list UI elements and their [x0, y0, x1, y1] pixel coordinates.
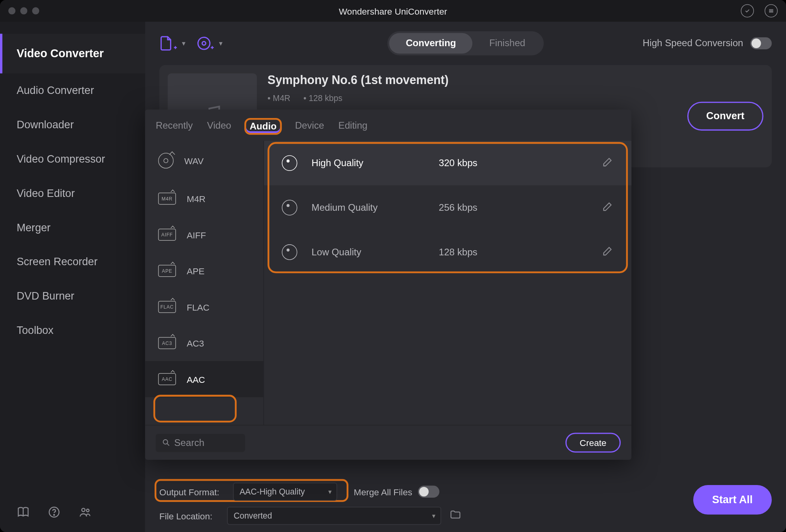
sidebar-item-video-converter[interactable]: Video Converter — [0, 34, 145, 73]
menu-icon[interactable] — [765, 4, 778, 18]
sidebar-item-screen-recorder[interactable]: Screen Recorder — [0, 245, 145, 279]
search-input[interactable]: Search — [156, 434, 245, 452]
close-window-icon[interactable] — [8, 7, 15, 14]
format-label: AIFF — [187, 230, 206, 240]
high-speed-toggle[interactable] — [750, 37, 772, 49]
quality-icon — [282, 244, 297, 260]
popup-tab-video[interactable]: Video — [206, 118, 232, 135]
quality-list: High Quality 320 kbps Medium Quality 256… — [264, 141, 631, 425]
tab-converting[interactable]: Converting — [389, 33, 473, 54]
file-meta: M4R 128 kbps — [268, 93, 676, 103]
svg-point-6 — [82, 508, 85, 511]
format-badge-icon: FLAC — [158, 301, 176, 313]
format-item-wav[interactable]: WAV — [145, 141, 264, 181]
titlebar: Wondershare UniConverter — [0, 0, 786, 22]
file-location-select[interactable]: Converted ▾ — [227, 507, 441, 525]
search-icon — [162, 438, 171, 447]
format-badge-icon: AC3 — [158, 337, 176, 349]
convert-button[interactable]: Convert — [687, 102, 764, 131]
format-badge-icon: M4R — [158, 193, 176, 204]
app-body: Video Converter Audio Converter Download… — [0, 22, 786, 532]
highlight-annotation — [153, 395, 237, 422]
quality-name: Low Quality — [312, 247, 425, 257]
tab-finished[interactable]: Finished — [473, 33, 542, 54]
popup-tab-editing[interactable]: Editing — [337, 118, 369, 135]
sidebar-item-merger[interactable]: Merger — [0, 211, 145, 245]
sidebar-item-dvd-burner[interactable]: DVD Burner — [0, 279, 145, 314]
edit-icon[interactable] — [602, 245, 614, 260]
chevron-down-icon: ▾ — [328, 488, 332, 496]
format-badge-icon: APE — [158, 265, 176, 277]
community-icon[interactable] — [79, 506, 92, 519]
svg-point-18 — [163, 440, 168, 444]
guide-icon[interactable] — [17, 506, 30, 519]
chevron-down-icon: ▾ — [219, 39, 223, 47]
quality-item-high[interactable]: High Quality 320 kbps — [264, 141, 631, 185]
output-format-select[interactable]: AAC-High Quality ▾ — [233, 483, 337, 501]
sidebar-item-downloader[interactable]: Downloader — [0, 108, 145, 142]
quality-item-low[interactable]: Low Quality 128 kbps — [264, 230, 631, 275]
help-icon[interactable] — [48, 506, 61, 519]
quality-icon — [282, 200, 297, 215]
format-label: AAC — [187, 374, 205, 384]
quality-name: Medium Quality — [312, 202, 425, 213]
quality-name: High Quality — [312, 158, 425, 169]
content-area: Symphony No.6 (1st movement) M4R 128 kbp… — [145, 65, 786, 478]
merge-toggle[interactable] — [418, 486, 440, 498]
file-meta-format: M4R — [268, 93, 290, 103]
svg-line-19 — [167, 444, 169, 446]
format-item-ac3[interactable]: AC3 AC3 — [145, 325, 264, 361]
popup-footer: Search Create — [145, 425, 632, 460]
file-meta-bitrate: 128 kbps — [303, 93, 342, 103]
format-label: APE — [187, 266, 204, 276]
sidebar-item-audio-converter[interactable]: Audio Converter — [0, 73, 145, 108]
high-speed-label: High Speed Conversion — [643, 38, 743, 49]
sidebar-item-video-editor[interactable]: Video Editor — [0, 176, 145, 211]
sidebar: Video Converter Audio Converter Download… — [0, 22, 145, 532]
create-button[interactable]: Create — [565, 433, 621, 452]
format-list[interactable]: WAV M4R M4R AIFF AIFF APE — [145, 141, 264, 425]
sidebar-item-toolbox[interactable]: Toolbox — [0, 313, 145, 348]
file-location-value: Converted — [234, 511, 272, 521]
format-item-aiff[interactable]: AIFF AIFF — [145, 217, 264, 253]
add-dvd-button[interactable]: ▾ — [196, 36, 222, 51]
maximize-window-icon[interactable] — [32, 7, 39, 14]
file-location-row: File Location: Converted ▾ — [159, 507, 772, 525]
account-icon[interactable] — [741, 4, 754, 18]
format-popup: Recently Video Audio Device Editing WAV — [145, 110, 632, 460]
merge-all-files: Merge All Files — [354, 486, 440, 498]
popup-tab-device[interactable]: Device — [294, 118, 326, 135]
edit-icon[interactable] — [602, 156, 614, 170]
edit-icon[interactable] — [602, 200, 614, 215]
popup-tab-recently[interactable]: Recently — [155, 118, 194, 135]
format-item-ape[interactable]: APE APE — [145, 253, 264, 288]
titlebar-actions — [741, 4, 777, 18]
format-item-m4r[interactable]: M4R M4R — [145, 180, 264, 216]
output-format-value: AAC-High Quality — [240, 487, 305, 496]
app-title: Wondershare UniConverter — [0, 6, 786, 16]
main-panel: ▾ ▾ Converting Finished High Speed Conve… — [145, 22, 786, 532]
quality-rate: 256 kbps — [439, 202, 588, 213]
chevron-down-icon: ▾ — [182, 39, 185, 47]
svg-point-7 — [86, 509, 89, 512]
sidebar-bottom-icons — [0, 492, 145, 532]
start-all-button[interactable]: Start All — [693, 485, 771, 515]
minimize-window-icon[interactable] — [20, 7, 27, 14]
format-item-aac[interactable]: AAC AAC — [145, 361, 264, 397]
high-speed-conversion: High Speed Conversion — [643, 37, 772, 49]
popup-tab-audio[interactable]: Audio — [244, 118, 282, 135]
open-folder-icon[interactable] — [449, 509, 461, 523]
file-location-label: File Location: — [159, 511, 219, 521]
app-window: Wondershare UniConverter Video Converter… — [0, 0, 786, 532]
toolbar: ▾ ▾ Converting Finished High Speed Conve… — [145, 22, 786, 65]
format-label: M4R — [187, 193, 206, 204]
chevron-down-icon: ▾ — [432, 512, 436, 520]
svg-point-12 — [202, 41, 206, 45]
disc-icon — [158, 153, 174, 169]
bottom-bar: Output Format: AAC-High Quality ▾ Merge … — [145, 478, 786, 532]
popup-body: WAV M4R M4R AIFF AIFF APE — [145, 141, 632, 425]
format-item-flac[interactable]: FLAC FLAC — [145, 289, 264, 325]
add-file-button[interactable]: ▾ — [159, 36, 185, 51]
sidebar-item-video-compressor[interactable]: Video Compressor — [0, 142, 145, 176]
quality-item-medium[interactable]: Medium Quality 256 kbps — [264, 185, 631, 230]
